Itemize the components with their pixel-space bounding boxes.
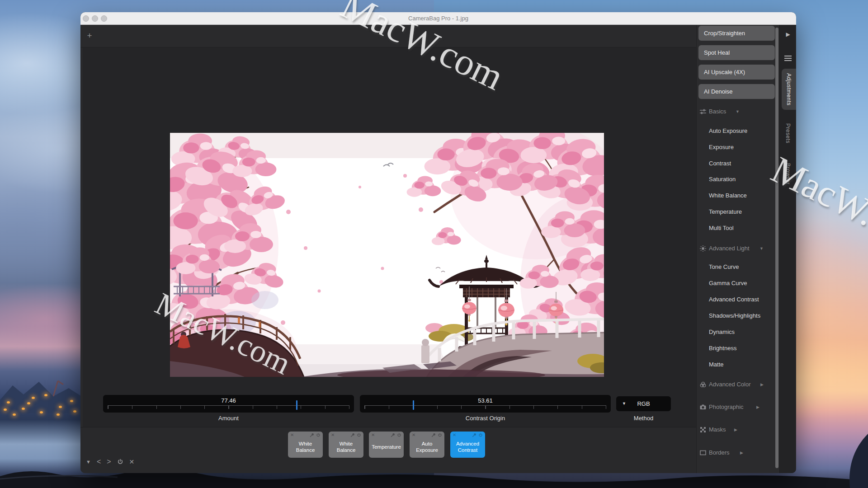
adjustment-item[interactable]: Temperature bbox=[709, 207, 777, 216]
adjustment-item[interactable]: White Balance bbox=[709, 191, 777, 200]
collapse-icon[interactable]: ▼ bbox=[760, 244, 764, 253]
amount-label: Amount bbox=[103, 415, 354, 422]
tile-advanced-contrast[interactable]: ✕ Advanced Contrast bbox=[450, 432, 485, 458]
adjustment-item[interactable]: Multi Tool bbox=[709, 224, 777, 233]
clear-all-icon[interactable]: ✕ bbox=[129, 458, 135, 465]
section-photographic[interactable]: Photographic▶ bbox=[697, 403, 780, 412]
section-advanced-color[interactable]: Advanced Color▶ bbox=[697, 380, 780, 389]
tile-temperature[interactable]: ✕ Temperature bbox=[369, 432, 404, 458]
section-title: Advanced Light bbox=[709, 244, 750, 253]
adjustment-item[interactable]: Contrast bbox=[709, 159, 777, 168]
amount-slider-ruler bbox=[108, 405, 349, 409]
ai-upscale-button[interactable]: AI Upscale (4X) bbox=[698, 65, 775, 80]
contrast-origin-slider[interactable]: 53.61 bbox=[360, 395, 611, 413]
add-image-button[interactable]: + bbox=[84, 30, 95, 41]
power-icon[interactable] bbox=[357, 433, 361, 437]
section-advanced-light[interactable]: Advanced Light▼ bbox=[697, 244, 780, 253]
pin-icon[interactable] bbox=[472, 433, 476, 437]
adjustment-item[interactable]: Dynamics bbox=[709, 328, 777, 337]
power-icon[interactable] bbox=[316, 433, 321, 437]
camera-icon bbox=[699, 404, 707, 411]
power-icon[interactable] bbox=[478, 433, 483, 437]
close-icon[interactable]: ✕ bbox=[290, 432, 294, 437]
bottom-divider bbox=[80, 427, 696, 427]
method-value: RGB bbox=[616, 396, 671, 411]
border-icon bbox=[699, 449, 707, 456]
close-icon[interactable]: ✕ bbox=[453, 432, 456, 437]
adjustment-item[interactable]: Saturation bbox=[709, 175, 777, 184]
tile-white-balance-1[interactable]: ✕ White Balance bbox=[288, 432, 323, 458]
history-controls: ▼ < > ✕ bbox=[86, 458, 134, 466]
contrast-origin-label: Contrast Origin bbox=[360, 415, 611, 422]
expand-icon[interactable]: ▶ bbox=[760, 380, 764, 389]
expand-icon[interactable]: ▶ bbox=[734, 425, 737, 434]
contrast-origin-slider-handle[interactable] bbox=[413, 400, 414, 410]
close-icon[interactable]: ✕ bbox=[371, 432, 375, 437]
pin-icon[interactable] bbox=[391, 433, 395, 437]
collapse-panel-icon[interactable]: ▶ bbox=[780, 31, 796, 38]
crop-straighten-button[interactable]: Crop/Straighten bbox=[698, 26, 775, 41]
history-dropdown-icon[interactable]: ▼ bbox=[86, 459, 91, 465]
panel-scrollbar[interactable] bbox=[775, 28, 778, 468]
redo-icon[interactable]: > bbox=[107, 458, 111, 466]
tab-label: Presets bbox=[785, 123, 791, 143]
section-basics[interactable]: Basics▼ bbox=[697, 107, 780, 116]
corner-rock bbox=[823, 434, 868, 488]
adjustment-item[interactable]: Advanced Contrast bbox=[709, 295, 777, 304]
city-lights bbox=[0, 389, 81, 425]
method-dropdown[interactable]: ▼ RGB bbox=[616, 396, 671, 411]
amount-slider[interactable]: 77.46 bbox=[103, 395, 354, 413]
tile-white-balance-2[interactable]: ✕ White Balance bbox=[329, 432, 363, 458]
section-title: Masks bbox=[709, 425, 726, 434]
tab-label: Browser bbox=[785, 163, 791, 185]
section-borders[interactable]: Borders▶ bbox=[697, 448, 780, 457]
adjustment-item[interactable]: Tone Curve bbox=[709, 263, 777, 272]
adjustment-item[interactable]: Auto Exposure bbox=[709, 127, 777, 136]
power-icon[interactable] bbox=[397, 433, 401, 437]
tile-label: Auto Exposure bbox=[410, 438, 443, 456]
tile-auto-exposure[interactable]: ✕ Auto Exposure bbox=[410, 432, 444, 458]
method-label: Method bbox=[616, 415, 671, 422]
adjustment-item[interactable]: Brightness bbox=[709, 344, 777, 353]
screen: CameraBag Pro - 1.jpg + bbox=[0, 0, 868, 488]
tab-adjustments[interactable]: Adjustments bbox=[782, 69, 796, 110]
ai-denoise-button[interactable]: AI Denoise bbox=[698, 84, 775, 99]
undo-icon[interactable]: < bbox=[97, 458, 101, 466]
contrast-origin-slider-ruler bbox=[364, 405, 606, 409]
adjustments-panel: Crop/Straighten Spot Heal AI Upscale (4X… bbox=[696, 25, 779, 473]
power-icon[interactable] bbox=[438, 433, 442, 437]
tile-label: White Balance bbox=[289, 438, 322, 456]
amount-slider-handle[interactable] bbox=[296, 400, 297, 410]
tab-browser[interactable]: Browser bbox=[780, 162, 796, 186]
section-title: Advanced Color bbox=[709, 380, 751, 389]
close-icon[interactable]: ✕ bbox=[331, 432, 335, 437]
pin-icon[interactable] bbox=[310, 433, 314, 437]
close-icon[interactable]: ✕ bbox=[412, 432, 415, 437]
window-titlebar[interactable]: CameraBag Pro - 1.jpg bbox=[80, 12, 796, 25]
adjustment-item[interactable]: Matte bbox=[709, 360, 777, 369]
window-title: CameraBag Pro - 1.jpg bbox=[80, 12, 796, 25]
editor-canvas bbox=[83, 47, 696, 427]
adjustment-item[interactable]: Gamma Curve bbox=[709, 279, 777, 288]
tab-label: Adjustments bbox=[786, 73, 792, 106]
tab-presets[interactable]: Presets bbox=[780, 123, 796, 144]
pin-icon[interactable] bbox=[350, 433, 355, 437]
toggle-all-icon[interactable] bbox=[117, 459, 123, 465]
adjustment-item[interactable]: Exposure bbox=[709, 143, 777, 152]
color-circles-icon bbox=[699, 381, 707, 388]
spot-heal-button[interactable]: Spot Heal bbox=[698, 45, 775, 60]
contrast-origin-value: 53.61 bbox=[360, 397, 611, 404]
photo-preview bbox=[170, 133, 604, 377]
expand-icon[interactable]: ▶ bbox=[740, 448, 743, 457]
section-title: Photographic bbox=[709, 403, 744, 412]
expand-icon[interactable]: ▶ bbox=[756, 403, 760, 412]
side-tab-strip: ▶ Adjustments Presets Browser bbox=[779, 25, 796, 473]
section-masks[interactable]: Masks▶ bbox=[697, 425, 780, 434]
sun-icon bbox=[699, 245, 707, 252]
tile-label: Temperature bbox=[370, 438, 403, 456]
tile-label: Advanced Contrast bbox=[451, 438, 484, 456]
menu-icon[interactable] bbox=[784, 56, 792, 62]
pin-icon[interactable] bbox=[431, 433, 436, 437]
adjustment-item[interactable]: Shadows/Highlights bbox=[709, 311, 777, 320]
collapse-icon[interactable]: ▼ bbox=[736, 107, 740, 116]
